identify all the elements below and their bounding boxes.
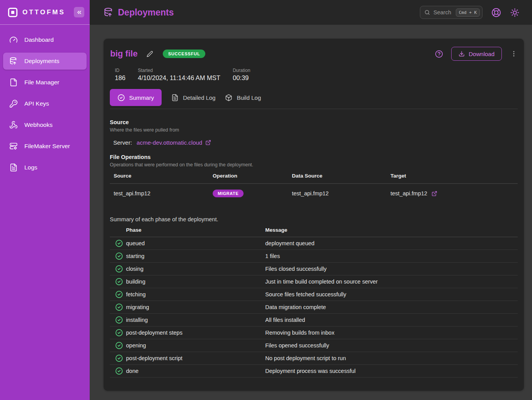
file-text-icon — [9, 163, 18, 172]
file-operations-header-row: Source Operation Data Source Target — [110, 173, 518, 184]
deployment-meta: ID 186 Started 4/10/2024, 11:14:46 AM MS… — [110, 68, 518, 82]
table-row: migrating Data migration complete — [110, 301, 518, 314]
edit-name-button[interactable] — [147, 51, 153, 57]
meta-id-value: 186 — [115, 74, 126, 82]
message-cell: Removing builds from inbox — [265, 330, 518, 336]
phase-cell: migrating — [126, 304, 265, 310]
key-icon — [9, 99, 18, 108]
open-target-link[interactable] — [431, 191, 437, 197]
file-text-icon — [171, 94, 179, 101]
table-row: installing All files installed — [110, 314, 518, 326]
tab-summary[interactable]: Summary — [110, 89, 162, 106]
column-header: Message — [265, 227, 518, 233]
tab-detailed-log[interactable]: Detailed Log — [171, 94, 215, 101]
package-icon — [225, 94, 232, 101]
deployment-name: big file — [110, 49, 138, 59]
theme-toggle-button[interactable] — [510, 8, 520, 17]
check-circle-icon — [115, 278, 126, 285]
table-row: building Just in time build completed on… — [110, 275, 518, 288]
tab-label: Detailed Log — [183, 94, 215, 101]
check-circle-icon — [115, 291, 126, 298]
server-label: Server: — [113, 139, 132, 146]
message-cell: Source files fetched successfully — [265, 291, 518, 297]
sidebar-item-api-keys[interactable]: API Keys — [3, 95, 87, 112]
sidebar-item-webhooks[interactable]: Webhooks — [3, 116, 87, 133]
search-input[interactable]: Search Cmd + K — [420, 6, 483, 19]
ellipsis-vertical-icon — [510, 50, 518, 58]
phase-header-row: Phase Message — [110, 227, 518, 237]
check-circle-icon — [115, 342, 126, 349]
message-cell: Files closed successfully — [265, 266, 518, 272]
phase-cell: building — [126, 279, 265, 285]
sidebar-header: OTTOFMS — [0, 0, 90, 25]
tab-label: Build Log — [237, 94, 261, 101]
meta-id-label: ID — [115, 68, 126, 73]
sidebar-item-file-manager[interactable]: File Manager — [3, 74, 87, 91]
table-row: starting 1 files — [110, 250, 518, 263]
search-shortcut-badge: Cmd + K — [456, 9, 480, 17]
download-button-label: Download — [469, 51, 494, 57]
check-circle-icon — [115, 303, 126, 311]
sidebar-item-deployments[interactable]: Deployments — [3, 53, 87, 70]
message-cell: deployment queued — [265, 240, 518, 246]
phase-cell: fetching — [126, 291, 265, 297]
target-file-name: test_api.fmp12 — [390, 190, 427, 197]
column-header: Operation — [213, 173, 292, 179]
column-header: Phase — [126, 227, 265, 233]
help-button[interactable] — [435, 50, 443, 58]
column-header: Data Source — [292, 173, 390, 179]
meta-duration: Duration 00:39 — [233, 68, 250, 82]
check-circle-icon — [115, 316, 126, 324]
table-row: test_api.fmp12 MIGRATE test_api.fmp12 te… — [110, 184, 518, 203]
phase-cell: post-deployment steps — [126, 330, 265, 336]
meta-id: ID 186 — [115, 68, 126, 82]
table-row: post-deployment steps Removing builds fr… — [110, 326, 518, 339]
file-operations-subtitle: Operations that were performed on the fi… — [110, 162, 518, 168]
card-header-actions: Download — [435, 47, 518, 61]
tab-build-log[interactable]: Build Log — [225, 94, 261, 101]
sidebar-item-label: Deployments — [24, 58, 59, 65]
gauge-icon — [9, 36, 18, 44]
meta-started: Started 4/10/2024, 11:14:46 AM MST — [138, 68, 220, 82]
table-row: queued deployment queued — [110, 237, 518, 250]
main-content: big file SUCCESSFUL — [90, 25, 532, 400]
page-title-text: Deployments — [118, 7, 174, 18]
table-row: opening Files opened successfully — [110, 339, 518, 352]
source-cell: test_api.fmp12 — [114, 190, 213, 197]
check-circle-icon — [115, 239, 126, 247]
operation-badge: MIGRATE — [213, 190, 244, 197]
sidebar-item-filemaker-server[interactable]: FileMaker Server — [3, 138, 87, 155]
phase-cell: done — [126, 368, 265, 374]
sidebar-item-label: FileMaker Server — [24, 143, 70, 150]
source-section-subtitle: Where the files were pulled from — [110, 127, 518, 133]
phase-cell: queued — [126, 240, 265, 246]
brand-name: OTTOFMS — [22, 9, 65, 16]
download-icon — [459, 51, 465, 57]
help-lifebuoy-button[interactable] — [491, 8, 501, 17]
table-row: fetching Source files fetched successful… — [110, 288, 518, 301]
sidebar-item-dashboard[interactable]: Dashboard — [3, 31, 87, 48]
phase-summary-caption: Summary of each phase of the deployment. — [110, 216, 518, 222]
message-cell: Data migration complete — [265, 304, 518, 310]
source-section: Source Where the files were pulled from … — [110, 119, 518, 146]
sidebar-item-logs[interactable]: Logs — [3, 159, 87, 176]
search-placeholder: Search — [433, 9, 453, 15]
sidebar-nav: Dashboard Deployments File Manager — [0, 25, 90, 176]
sidebar-item-label: File Manager — [24, 79, 59, 86]
file-icon — [9, 78, 18, 87]
meta-duration-label: Duration — [233, 68, 250, 73]
ottofms-logo-icon — [7, 7, 19, 18]
page-title: Deployments — [104, 7, 174, 18]
external-link-icon — [431, 191, 437, 197]
overflow-menu-button[interactable] — [510, 50, 518, 58]
check-circle-icon — [115, 252, 126, 260]
check-circle-icon — [118, 94, 125, 101]
message-cell: Just in time build completed on source s… — [265, 279, 518, 285]
check-circle-icon — [115, 367, 126, 375]
webhook-icon — [9, 121, 18, 129]
download-button[interactable]: Download — [451, 47, 502, 61]
sidebar-item-label: Dashboard — [24, 36, 54, 43]
server-link[interactable]: acme-dev.ottomatic.cloud — [136, 139, 211, 146]
phase-summary-table: Phase Message queued deployment queued s… — [110, 227, 518, 378]
sidebar-collapse-button[interactable] — [74, 7, 84, 17]
